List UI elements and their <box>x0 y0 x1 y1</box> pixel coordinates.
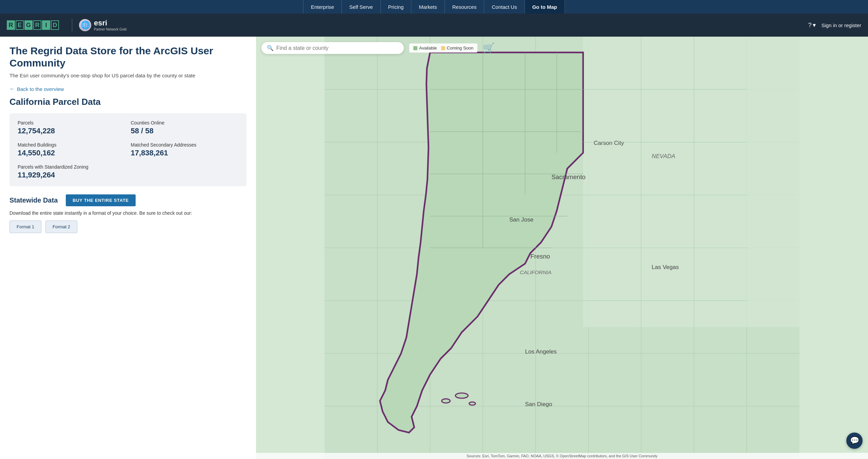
buy-entire-state-button[interactable]: BUY THE ENTIRE STATE <box>66 194 135 206</box>
header-right: ? ▾ Sign in or register <box>808 21 861 29</box>
logo-i: I <box>42 20 50 30</box>
logo-d: D <box>51 20 59 30</box>
svg-rect-16 <box>583 37 800 327</box>
svg-text:San Diego: San Diego <box>525 401 552 407</box>
top-navigation: Enterprise Self Serve Pricing Markets Re… <box>0 0 868 14</box>
stat-addresses-label: Matched Secondary Addresses <box>131 142 239 148</box>
regrid-logo: R E G R I D <box>7 20 62 30</box>
nav-go-to-map[interactable]: Go to Map <box>525 0 565 14</box>
nav-self-serve[interactable]: Self Serve <box>342 0 380 14</box>
svg-text:NEVADA: NEVADA <box>652 153 675 159</box>
esri-globe-icon: 🌐 <box>79 19 91 31</box>
legend-available-dot <box>413 46 417 50</box>
legend-available-label: Available <box>419 45 437 51</box>
search-input[interactable] <box>276 45 398 51</box>
esri-text: esri <box>94 19 126 27</box>
svg-text:Carson City: Carson City <box>594 140 624 146</box>
question-icon: ? <box>808 22 811 29</box>
help-button[interactable]: ? ▾ <box>808 21 816 29</box>
svg-text:Los Angeles: Los Angeles <box>525 348 557 355</box>
svg-text:CALIFORNIA: CALIFORNIA <box>520 269 551 275</box>
legend-coming-soon: Coming Soon <box>441 45 474 51</box>
logo-r2: R <box>33 20 41 30</box>
map-legend: Available Coming Soon <box>409 43 477 53</box>
stat-zoning-value: 11,929,264 <box>18 171 238 179</box>
legend-coming-soon-label: Coming Soon <box>447 45 474 51</box>
logo-e: E <box>16 20 24 30</box>
chat-icon: 💬 <box>850 436 859 445</box>
format-btn-1[interactable]: Format 1 <box>9 221 41 233</box>
nav-resources[interactable]: Resources <box>445 0 485 14</box>
search-overlay: 🔍 Available Coming Soon 🛒 <box>261 42 863 54</box>
statewide-title: Statewide Data <box>9 196 58 204</box>
nav-markets[interactable]: Markets <box>411 0 445 14</box>
state-title: California Parcel Data <box>9 97 246 107</box>
cart-button[interactable]: 🛒 <box>483 42 495 54</box>
stat-addresses: Matched Secondary Addresses 17,838,261 <box>131 142 239 157</box>
logo-g: G <box>24 20 33 30</box>
stat-parcels-value: 12,754,228 <box>18 127 125 135</box>
stat-addresses-value: 17,838,261 <box>131 149 239 157</box>
svg-text:Las Vegas: Las Vegas <box>652 264 679 270</box>
map-svg: Carson City Sacramento San Jose Fresno C… <box>256 37 868 459</box>
chat-button[interactable]: 💬 <box>846 433 863 449</box>
stats-box: Parcels 12,754,228 Counties Online 58 / … <box>9 113 246 186</box>
format-btn-2[interactable]: Format 2 <box>45 221 77 233</box>
map-attribution: Sources: Esri, TomTom, Garmin, FAO, NOAA… <box>256 453 868 459</box>
search-input-wrap: 🔍 <box>261 42 404 54</box>
statewide-header: Statewide Data BUY THE ENTIRE STATE <box>9 194 246 206</box>
stat-counties: Counties Online 58 / 58 <box>131 120 239 135</box>
help-chevron: ▾ <box>813 21 816 29</box>
map-background: Carson City Sacramento San Jose Fresno C… <box>256 37 868 459</box>
back-link[interactable]: ← Back to the overview <box>9 86 246 92</box>
left-panel: The Regrid Data Store for the ArcGIS Use… <box>0 37 256 459</box>
esri-logo: 🌐 esri Partner Network Gold <box>72 19 126 32</box>
main-layout: The Regrid Data Store for the ArcGIS Use… <box>0 37 868 459</box>
stat-buildings-label: Matched Buildings <box>18 142 125 148</box>
esri-brand: esri Partner Network Gold <box>94 19 126 32</box>
svg-point-35 <box>442 399 450 403</box>
format-buttons: Format 1 Format 2 <box>9 221 246 233</box>
stat-parcels-label: Parcels <box>18 120 125 126</box>
download-description: Download the entire state instantly in a… <box>9 210 246 216</box>
stat-parcels: Parcels 12,754,228 <box>18 120 125 135</box>
logo-letters: R E G R I D <box>7 20 59 30</box>
stat-zoning: Parcels with Standardized Zoning 11,929,… <box>18 164 238 179</box>
svg-point-36 <box>469 402 476 405</box>
legend-coming-soon-dot <box>441 46 445 50</box>
back-arrow-icon: ← <box>9 86 15 92</box>
map-panel: 🔍 Available Coming Soon 🛒 <box>256 37 868 459</box>
sign-in-link[interactable]: Sign in or register <box>821 22 861 28</box>
search-icon: 🔍 <box>267 45 274 51</box>
nav-pricing[interactable]: Pricing <box>381 0 412 14</box>
stat-counties-label: Counties Online <box>131 120 239 126</box>
stat-zoning-label: Parcels with Standardized Zoning <box>18 164 238 170</box>
svg-text:Fresno: Fresno <box>530 253 550 260</box>
nav-contact-us[interactable]: Contact Us <box>484 0 525 14</box>
esri-partner-text: Partner Network Gold <box>94 27 126 32</box>
site-header: R E G R I D 🌐 esri Partner Network Gold … <box>0 14 868 37</box>
stat-buildings: Matched Buildings 14,550,162 <box>18 142 125 157</box>
page-title: The Regrid Data Store for the ArcGIS Use… <box>9 45 246 69</box>
legend-available: Available <box>413 45 437 51</box>
logo-r: R <box>7 20 15 30</box>
svg-text:San Jose: San Jose <box>509 216 533 223</box>
back-link-text: Back to the overview <box>17 86 64 92</box>
stat-buildings-value: 14,550,162 <box>18 149 125 157</box>
svg-point-34 <box>455 393 468 398</box>
stats-grid: Parcels 12,754,228 Counties Online 58 / … <box>18 120 238 179</box>
page-subtitle: The Esri user community's one-stop shop … <box>9 73 246 78</box>
svg-text:Sacramento: Sacramento <box>551 173 586 180</box>
nav-enterprise[interactable]: Enterprise <box>303 0 342 14</box>
stat-counties-value: 58 / 58 <box>131 127 239 135</box>
statewide-section: Statewide Data BUY THE ENTIRE STATE Down… <box>9 194 246 233</box>
